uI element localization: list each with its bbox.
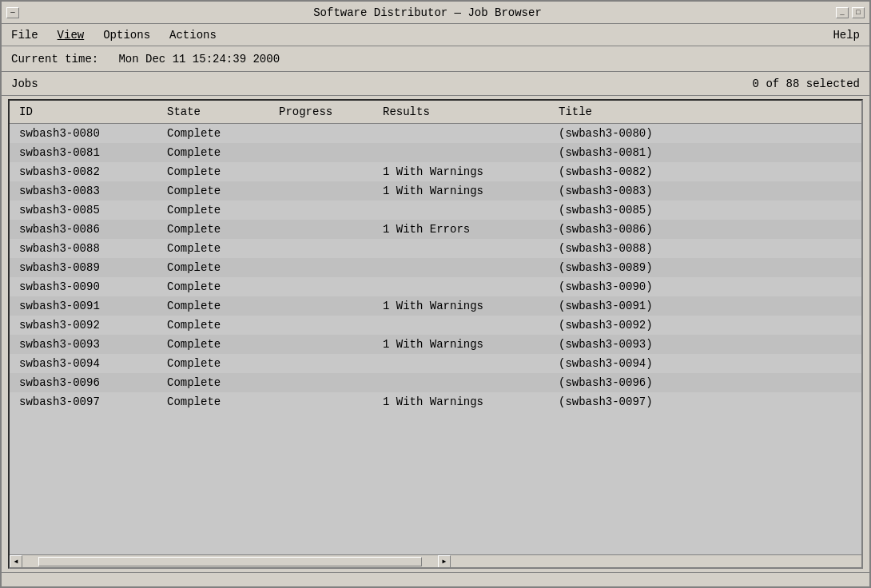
window-menu-button[interactable]: — (6, 7, 19, 18)
table-cell-progress (276, 248, 380, 249)
table-cell-id: swbash3-0093 (16, 337, 164, 352)
menu-view[interactable]: View (54, 27, 88, 43)
table-cell-id: swbash3-0097 (16, 395, 164, 409)
table-cell-state: Complete (164, 337, 276, 352)
title-bar-left-controls: — (6, 7, 19, 18)
minimize-button[interactable]: _ (836, 7, 849, 18)
table-row[interactable]: swbash3-0096Complete(swbash3-0096) (10, 373, 861, 392)
table-row[interactable]: swbash3-0089Complete(swbash3-0089) (10, 258, 861, 277)
table-cell-id: swbash3-0091 (16, 299, 164, 313)
table-cell-title: (swbash3-0083) (555, 184, 855, 198)
table-cell-id: swbash3-0080 (16, 126, 164, 141)
table-row[interactable]: swbash3-0092Complete(swbash3-0092) (10, 316, 861, 335)
maximize-button[interactable]: □ (852, 7, 865, 18)
table-cell-progress (276, 267, 380, 268)
table-cell-state: Complete (164, 241, 276, 256)
table-cell-title: (swbash3-0089) (555, 260, 855, 275)
table-cell-progress (276, 228, 380, 230)
table-cell-progress (276, 363, 380, 364)
table-cell-results: 1 With Warnings (380, 299, 555, 313)
table-cell-id: swbash3-0083 (16, 184, 164, 198)
table-cell-state: Complete (164, 299, 276, 313)
table-cell-id: swbash3-0090 (16, 280, 164, 294)
table-cell-progress (276, 382, 380, 383)
table-cell-state: Complete (164, 184, 276, 198)
table-row[interactable]: swbash3-0088Complete(swbash3-0088) (10, 239, 861, 258)
table-row[interactable]: swbash3-0085Complete(swbash3-0085) (10, 201, 861, 220)
table-cell-id: swbash3-0081 (16, 145, 164, 160)
table-row[interactable]: swbash3-0097Complete1 With Warnings(swba… (10, 392, 861, 411)
menu-help[interactable]: Help (829, 27, 863, 43)
table-cell-progress (276, 152, 380, 153)
table-cell-id: swbash3-0094 (16, 356, 164, 371)
table-cell-state: Complete (164, 222, 276, 236)
table-container: ID State Progress Results Title swbash3-… (8, 99, 863, 569)
table-row[interactable]: swbash3-0091Complete1 With Warnings(swba… (10, 296, 861, 316)
table-row[interactable]: swbash3-0094Complete(swbash3-0094) (10, 354, 861, 373)
table-row[interactable]: swbash3-0082Complete1 With Warnings(swba… (10, 162, 861, 181)
table-body-wrapper[interactable]: swbash3-0080Complete(swbash3-0080)swbash… (10, 124, 861, 554)
table-cell-results (380, 363, 555, 364)
table-cell-results (380, 133, 555, 134)
table-cell-state: Complete (164, 260, 276, 275)
table-row[interactable]: swbash3-0081Complete(swbash3-0081) (10, 143, 861, 162)
title-bar: — Software Distributor — Job Browser _ □ (2, 2, 869, 24)
table-cell-results (380, 248, 555, 249)
table-row[interactable]: swbash3-0086Complete1 With Errors(swbash… (10, 220, 861, 239)
table-row[interactable]: swbash3-0093Complete1 With Warnings(swba… (10, 335, 861, 354)
table-cell-progress (276, 133, 380, 134)
table-row[interactable]: swbash3-0080Complete(swbash3-0080) (10, 124, 861, 143)
menu-bar: File View Options Actions Help (2, 24, 869, 46)
table-cell-state: Complete (164, 165, 276, 179)
table-cell-state: Complete (164, 145, 276, 160)
table-cell-progress (276, 171, 380, 173)
table-cell-title: (swbash3-0094) (555, 356, 855, 371)
col-header-state: State (164, 104, 276, 120)
table-cell-state: Complete (164, 280, 276, 294)
table-cell-results: 1 With Warnings (380, 184, 555, 198)
menu-file[interactable]: File (8, 27, 42, 43)
main-window: — Software Distributor — Job Browser _ □… (0, 0, 871, 588)
table-cell-title: (swbash3-0088) (555, 241, 855, 256)
table-cell-results (380, 152, 555, 153)
table-cell-results: 1 With Warnings (380, 395, 555, 409)
table-cell-id: swbash3-0082 (16, 165, 164, 179)
table-body: swbash3-0080Complete(swbash3-0080)swbash… (10, 124, 861, 411)
table-row[interactable]: swbash3-0083Complete1 With Warnings(swba… (10, 181, 861, 201)
scroll-left-button[interactable]: ◀ (10, 555, 22, 568)
scroll-thumb[interactable] (38, 557, 422, 566)
window-title: Software Distributor — Job Browser (19, 6, 836, 19)
table-cell-state: Complete (164, 126, 276, 141)
scroll-right-button[interactable]: ▶ (438, 555, 451, 568)
table-cell-state: Complete (164, 203, 276, 217)
table-cell-state: Complete (164, 375, 276, 390)
table-cell-results: 1 With Errors (380, 222, 555, 236)
table-cell-id: swbash3-0089 (16, 260, 164, 275)
table-cell-results (380, 267, 555, 268)
menu-actions[interactable]: Actions (166, 27, 220, 43)
bottom-bar (2, 572, 869, 586)
table-cell-id: swbash3-0085 (16, 203, 164, 217)
table-cell-title: (swbash3-0093) (555, 337, 855, 352)
table-cell-results (380, 209, 555, 211)
table-cell-title: (swbash3-0085) (555, 203, 855, 217)
col-header-id: ID (16, 104, 164, 120)
table-cell-state: Complete (164, 356, 276, 371)
status-bar: Current time: Mon Dec 11 15:24:39 2000 (2, 46, 869, 72)
table-cell-title: (swbash3-0097) (555, 395, 855, 409)
table-cell-id: swbash3-0088 (16, 241, 164, 256)
table-header: ID State Progress Results Title (10, 101, 861, 124)
jobs-selection-count: 0 of 88 selected (753, 77, 860, 90)
title-bar-right-controls: _ □ (836, 7, 865, 18)
col-header-results: Results (380, 104, 555, 120)
table-cell-title: (swbash3-0096) (555, 375, 855, 390)
table-cell-progress (276, 324, 380, 326)
table-cell-title: (swbash3-0092) (555, 318, 855, 332)
table-cell-state: Complete (164, 395, 276, 409)
horizontal-scrollbar[interactable]: ◀ ▶ (10, 554, 861, 567)
table-row[interactable]: swbash3-0090Complete(swbash3-0090) (10, 277, 861, 296)
col-header-title: Title (555, 104, 855, 120)
menu-options[interactable]: Options (100, 27, 153, 43)
col-header-progress: Progress (276, 104, 380, 120)
current-time-value: Mon Dec 11 15:24:39 2000 (118, 53, 280, 66)
